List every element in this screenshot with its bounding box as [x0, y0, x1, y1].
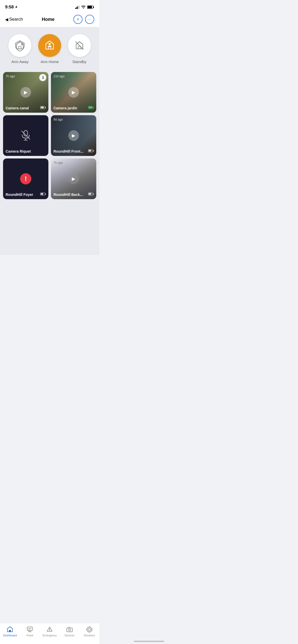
- camera-canal-name: Camera canal: [6, 106, 29, 110]
- back-button[interactable]: ◀ Search: [5, 17, 23, 22]
- svg-rect-1: [75, 8, 76, 9]
- roundhill-front-card[interactable]: 9d ago ▶ RoundHill Front...: [51, 115, 96, 156]
- nav-bar: ◀ Search Home + ···: [0, 13, 99, 27]
- svg-rect-2: [76, 7, 77, 9]
- roundhill-front-timestamp: 9d ago: [53, 118, 63, 121]
- camera-jardin-timestamp: 21h ago: [53, 75, 64, 78]
- svg-rect-33: [93, 193, 94, 195]
- roundhill-front-battery: [88, 149, 94, 153]
- svg-rect-26: [89, 150, 91, 152]
- camera-grid: 7h ago ℹ ▶ Camera canal 21h ago ▶ Camera…: [0, 70, 99, 204]
- roundhill-foyer-card[interactable]: ! RoundHill Foyer: [3, 158, 48, 199]
- svg-point-6: [83, 8, 84, 9]
- roundhill-back-name: RoundHill Back...: [53, 193, 83, 197]
- status-bar: 9:58: [0, 0, 99, 13]
- camera-canal-play-button[interactable]: ▶: [20, 87, 31, 98]
- svg-rect-9: [93, 6, 94, 8]
- svg-rect-3: [77, 6, 78, 9]
- arm-home-icon: [44, 39, 56, 52]
- camera-riquet-offline-icon: [21, 130, 31, 141]
- add-button[interactable]: +: [73, 15, 83, 24]
- camera-canal-timestamp: 7h ago: [6, 75, 15, 78]
- roundhill-foyer-battery: [40, 192, 46, 197]
- svg-rect-17: [45, 107, 46, 108]
- roundhill-back-battery: [88, 192, 94, 197]
- security-section: Arm Away Arm Home: [0, 27, 99, 70]
- status-time: 9:58: [5, 5, 18, 10]
- battery-icon: [87, 5, 94, 9]
- roundhill-front-play-button[interactable]: ▶: [68, 130, 79, 141]
- arm-home-button[interactable]: Arm Home: [38, 34, 61, 64]
- svg-rect-20: [93, 107, 94, 108]
- roundhill-foyer-error-icon: !: [20, 173, 31, 184]
- status-icons: [75, 5, 94, 9]
- standby-icon: [74, 40, 85, 51]
- standby-circle: [68, 34, 91, 57]
- arm-home-label: Arm Home: [40, 60, 59, 64]
- camera-jardin-play-button[interactable]: ▶: [68, 87, 79, 98]
- roundhill-front-name: RoundHill Front...: [53, 149, 83, 153]
- nav-actions: + ···: [73, 15, 94, 24]
- arm-away-circle: [8, 34, 31, 57]
- camera-canal-info-button[interactable]: ℹ: [39, 74, 46, 81]
- arm-away-label: Arm Away: [11, 60, 29, 64]
- back-label: Search: [9, 17, 23, 22]
- camera-jardin-name: Camera jardin: [53, 106, 77, 110]
- more-button[interactable]: ···: [85, 15, 94, 24]
- camera-riquet-card[interactable]: Camera Riquet: [3, 115, 48, 156]
- arm-away-icon: [14, 40, 26, 51]
- svg-rect-29: [41, 193, 43, 195]
- standby-label: Standby: [72, 60, 86, 64]
- svg-line-14: [76, 42, 83, 49]
- camera-canal-battery: [40, 106, 46, 110]
- standby-button[interactable]: Standby: [68, 34, 91, 64]
- camera-jardin-battery: [88, 106, 94, 110]
- svg-rect-30: [45, 193, 46, 195]
- time-display: 9:58: [5, 5, 14, 10]
- camera-jardin-card[interactable]: 21h ago ▶ Camera jardin: [51, 72, 96, 113]
- roundhill-back-timestamp: 7h ago: [53, 161, 63, 165]
- page-title: Home: [42, 17, 55, 22]
- svg-rect-16: [41, 107, 44, 108]
- svg-rect-4: [78, 6, 79, 9]
- roundhill-foyer-name: RoundHill Foyer: [6, 193, 33, 197]
- svg-rect-8: [88, 6, 92, 8]
- wifi-icon: [81, 6, 86, 9]
- svg-point-12: [49, 43, 51, 45]
- svg-rect-19: [89, 107, 92, 108]
- location-icon: [15, 6, 18, 9]
- roundhill-back-card[interactable]: 7h ago ▶ RoundHill Back...: [51, 158, 96, 199]
- roundhill-back-play-button[interactable]: ▶: [68, 173, 79, 184]
- svg-rect-27: [93, 150, 94, 152]
- svg-marker-0: [15, 6, 17, 8]
- svg-rect-10: [19, 46, 21, 49]
- content-spacer: [0, 204, 99, 255]
- svg-rect-5: [79, 6, 80, 9]
- arm-home-circle: [38, 34, 61, 57]
- camera-riquet-name: Camera Riquet: [6, 149, 31, 153]
- svg-rect-32: [89, 193, 91, 195]
- camera-canal-card[interactable]: 7h ago ℹ ▶ Camera canal: [3, 72, 48, 113]
- arm-away-button[interactable]: Arm Away: [8, 34, 31, 64]
- signal-icon: [75, 6, 80, 9]
